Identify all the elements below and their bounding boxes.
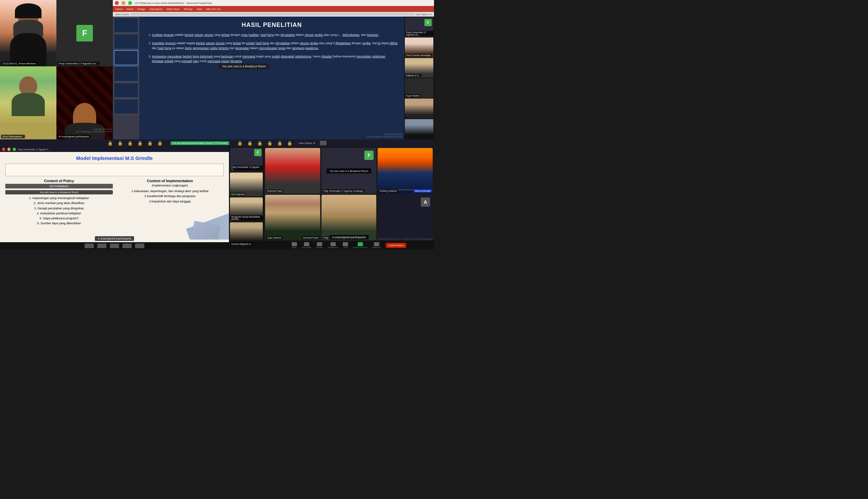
leave-room-button[interactable]: Leave Room bbox=[386, 243, 406, 248]
bottom-toolbar-left bbox=[0, 242, 229, 250]
lock-bar: 🔒 🔒 🔒 🔒 🔒 🔒 You are seeing Achmad Fuadi'… bbox=[0, 139, 434, 147]
participant-cell-3: Endang Indartuti Ask to Unmute bbox=[378, 148, 433, 193]
lock-icon-11: 🔒 bbox=[277, 141, 282, 146]
participant-cell-2: F You are now in a Breakout Room Fisip U… bbox=[321, 148, 377, 193]
video-tile-3: B unassigned participants Activate Windo… bbox=[57, 66, 113, 139]
lock-icon-5: 🔒 bbox=[147, 141, 152, 146]
lock-icon-6: 🔒 bbox=[157, 141, 162, 146]
col2-subheader-line1: (Implementasi Lingkungan) bbox=[116, 184, 224, 187]
col1-item-3: 3. Derajat perubahan yang diinginkan bbox=[5, 206, 113, 211]
col2-item-2: 2.Karakteristik lembaga dan penguasa bbox=[116, 194, 224, 199]
col1-item-2: 2. Jenis manfaat yang akan dihasilkan bbox=[5, 201, 113, 206]
participant-label-2: Giza Rahmadani . bbox=[1, 135, 25, 138]
powerpoint-area: c27735a8-de12-4441-9434-f433c88335a7 - M… bbox=[113, 0, 434, 139]
col1-item-4: 4. Kedudukan pembuat kebijakan bbox=[5, 211, 113, 216]
lock-icon-12: 🔒 bbox=[287, 141, 292, 146]
pv-label-1: Achmad Fuadi bbox=[266, 190, 283, 192]
bottom-right-area: Achmad Fuadi F You are now in a Breakout… bbox=[264, 147, 434, 250]
top-section: 1311190141_Fiona Meriana F Fisip Univers… bbox=[0, 0, 434, 139]
ribbon-home[interactable]: Home bbox=[115, 8, 122, 11]
lock-icon-4: 🔒 bbox=[137, 141, 143, 146]
col1-item-6: 6. Sumber daya yang dikerahkan bbox=[5, 221, 113, 226]
slide-title: HASIL PENELITIAN bbox=[146, 22, 398, 28]
participant-label-3: B unassigned participants bbox=[58, 135, 90, 138]
ribbon-nitro[interactable]: Nitro Pro 10 bbox=[206, 8, 220, 11]
col2-header: Context of Implementation bbox=[116, 179, 224, 183]
lock-icon-10: 🔒 bbox=[267, 141, 272, 146]
top-left-videos: 1311190141_Fiona Meriana F Fisip Univers… bbox=[0, 0, 113, 139]
activate-windows-1: Activate WindowsGo to Settings to Activa… bbox=[76, 128, 112, 133]
lock-icon-3: 🔒 bbox=[127, 141, 133, 146]
slide-thumb-5[interactable] bbox=[114, 83, 138, 98]
activate-windows-ppt: Activate WindowsGo to Settings to Activa… bbox=[366, 133, 403, 138]
reactions-label[interactable]: Reactions bbox=[372, 246, 381, 248]
bottom-section: Fisip Universitas 17 Agustu S... Model I… bbox=[0, 147, 434, 250]
slide-content: Kualitas layanan adalah bentuk satuan uk… bbox=[146, 33, 398, 64]
slide-thumb-4[interactable] bbox=[114, 66, 138, 82]
bottom-toolbar-right: Mute Start Video Security Participants C… bbox=[264, 241, 434, 250]
ribbon-design[interactable]: Design bbox=[137, 8, 145, 11]
slide-thumb-1[interactable] bbox=[114, 17, 138, 33]
start-video-label[interactable]: Start Video bbox=[302, 246, 311, 248]
col1-item-1: 1. Kepentingan yang memengaruhi kebijaka… bbox=[5, 196, 113, 201]
col2-item-1: 1.Kekuasaan, kepentingan, dan strategi a… bbox=[116, 189, 224, 194]
ribbon-slideshow[interactable]: Slide Show bbox=[167, 8, 180, 11]
col1-item-5: 5. Siapa pelaksana program? bbox=[5, 216, 113, 221]
slide-thumb-2[interactable] bbox=[114, 34, 138, 49]
lock-icon-7: 🔒 bbox=[237, 141, 243, 146]
pv-label-3: Endang Indartuti bbox=[379, 190, 398, 192]
breakout-rooms-label[interactable]: Breakout Rooms bbox=[353, 246, 368, 248]
video-tile-placeholder: F Fisip Universitas 17 Agustus Su... bbox=[57, 0, 113, 66]
ppt-ribbon[interactable]: Home Insert Design Animations Slide Show… bbox=[113, 6, 434, 12]
ribbon-view[interactable]: View bbox=[196, 8, 202, 11]
participant-cell-4: Supri Hartono Achmad Fuadi bbox=[265, 195, 320, 240]
video-tile-2: Giza Rahmadani . bbox=[0, 66, 57, 139]
mini-video-2: Adi Sulaiman bbox=[230, 172, 263, 196]
f-avatar-top: F bbox=[76, 25, 93, 41]
ribbon-insert[interactable]: Insert bbox=[126, 8, 133, 11]
slide-model-title: Model Implementasi M.S Grindle bbox=[5, 155, 224, 161]
slide-thumb-6[interactable] bbox=[114, 99, 138, 114]
placeholder-label: Fisip Universitas 17 Agustus Su... bbox=[58, 62, 99, 65]
activate-windows-br: Activate Windows Go to Settings to Activ… bbox=[378, 238, 433, 240]
ppt-right-sidebar: F Fisip Universitas 17 Agustus Su... Har… bbox=[404, 16, 434, 139]
mini-video-3: Anugerah Surya Ramadhan (30160... bbox=[230, 197, 263, 221]
pv-label-4-right: Achmad Fuadi bbox=[302, 236, 319, 239]
participant-cell-1: Achmad Fuadi bbox=[265, 148, 320, 193]
slide-thumb-3[interactable] bbox=[114, 50, 138, 65]
ppt-main-area: HASIL PENELITIAN You are now in a Breako… bbox=[139, 16, 404, 139]
mini-video-4: Kendra Wijiyanto A... bbox=[230, 222, 263, 246]
lock-icon-2: 🔒 bbox=[118, 141, 123, 146]
lock-icon-1: 🔒 bbox=[108, 141, 113, 146]
col1-header: Content of Policy bbox=[5, 179, 113, 183]
video-tile-1: 1311190141_Fiona Meriana bbox=[0, 0, 57, 66]
ppt-slides-panel bbox=[113, 16, 139, 139]
ribbon-review[interactable]: Review bbox=[184, 8, 193, 11]
pv-label-4: Supri Hartono bbox=[266, 236, 282, 239]
participant-cell-6: A bbox=[378, 195, 433, 240]
policy-content-col: Content of Policy (Isi Kebijakan) You ar… bbox=[5, 179, 113, 239]
bottom-middle-videos: F Fisip Universitas 17 Agustu S... Adi S… bbox=[229, 147, 264, 250]
pv-label-2: Fisip Universitas 17 Agustus Surabaya bbox=[322, 190, 364, 192]
participant-label-1: 1311190141_Fiona Meriana bbox=[1, 62, 37, 65]
lock-icon-9: 🔒 bbox=[257, 141, 262, 146]
col1-subheader: (Isi Kebijakan) bbox=[5, 184, 113, 188]
lock-icon-8: 🔒 bbox=[247, 141, 253, 146]
participants-label[interactable]: Participants bbox=[328, 246, 338, 248]
participant-cell-5: Fisip Universitas 17 Agustus Surabaya bbox=[321, 195, 377, 240]
breakout-banner-ppt: You are now in a Breakout Room bbox=[219, 63, 269, 69]
ribbon-animations[interactable]: Animations bbox=[149, 8, 162, 11]
mini-video-1: F Fisip Universitas 17 Agustu S... bbox=[230, 148, 263, 171]
ppt-titlebar: c27735a8-de12-4441-9434-f433c88335a7 - M… bbox=[113, 0, 434, 6]
view-options[interactable]: View Options ▼ bbox=[298, 142, 315, 144]
breakout-banner-br: You are now in a Breakout Room bbox=[327, 168, 371, 173]
unassigned-badge-left: 4 unassigned participants bbox=[95, 236, 134, 241]
breakout-banner-slide: You are now in a Breakout Room bbox=[5, 190, 113, 194]
unassigned-badge-br: 3 unassigned participants bbox=[329, 235, 368, 240]
ppt-window-title: c27735a8-de12-4441-9434-f433c88335a7 - M… bbox=[135, 2, 212, 5]
bottom-left-area: Fisip Universitas 17 Agustu S... Model I… bbox=[0, 147, 229, 250]
